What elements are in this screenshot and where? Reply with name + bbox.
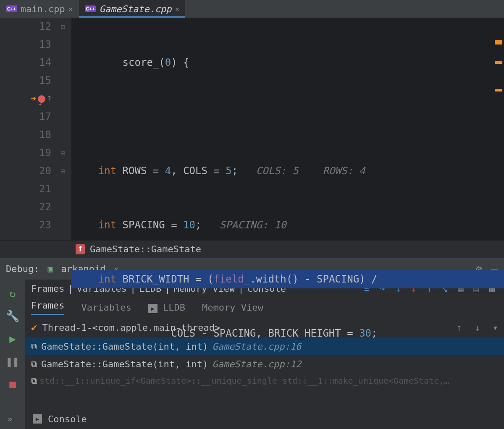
t: ; — [232, 165, 238, 177]
stack-icon: ▣ — [47, 264, 52, 274]
line-number: 15 — [39, 72, 51, 90]
line-number: 20 — [39, 162, 51, 180]
t: .width() - SPACING) / — [250, 273, 377, 285]
close-icon[interactable]: × — [175, 5, 180, 13]
frame-icon: ⧉ — [31, 376, 37, 386]
tab-label: GameState.cpp — [99, 4, 171, 14]
resume-icon[interactable]: ▶ — [9, 332, 16, 345]
t: SPACING = — [123, 219, 184, 231]
t: 4 — [165, 165, 171, 177]
line-number: 12 — [39, 18, 51, 36]
t: BRICK_WIDTH = ( — [123, 273, 214, 285]
cpp-icon: C++ — [6, 5, 17, 12]
crumb[interactable]: Frames — [31, 283, 64, 294]
line-number: 23 — [39, 216, 51, 234]
close-icon[interactable]: × — [68, 5, 73, 13]
error-stripe — [495, 19, 502, 108]
t: , — [171, 165, 183, 177]
t: int — [98, 273, 116, 285]
code-area[interactable]: score_(0) { int ROWS = 4, COLS = 5; COLS… — [71, 18, 504, 240]
console-icon: ▶ — [33, 414, 42, 424]
inline-hint: COLS: 5 ROWS: 4 — [256, 165, 365, 177]
line-number: 13 — [39, 36, 51, 54]
fold-icon[interactable]: ⊟ — [55, 18, 71, 36]
editor-tabs: C++ main.cpp × C++ GameState.cpp × — [0, 0, 504, 18]
tab-frames[interactable]: Frames — [31, 300, 64, 315]
fold-icon[interactable]: ⊟ — [55, 162, 71, 180]
wrench-icon[interactable]: 🔧 — [6, 310, 19, 322]
editor-tab-main[interactable]: C++ main.cpp × — [0, 0, 79, 18]
debug-sidebar: ↻ 🔧 ▶ ❚❚ ■ — [0, 280, 25, 429]
line-number: 22 — [39, 198, 51, 216]
t: ; — [195, 219, 201, 231]
frame-icon: ⧉ — [31, 359, 37, 369]
t: ( — [159, 57, 165, 68]
t: COLS - SPACING, BRICK_HEIGHT = — [74, 327, 359, 339]
t: int — [98, 219, 116, 231]
t: int — [98, 165, 116, 177]
stop-icon[interactable]: ■ — [9, 378, 16, 390]
t: score_ — [123, 57, 159, 68]
gutter: 12 13 14 15 ➔ ? 16 17 18 19 20 21 22 23 — [0, 18, 55, 240]
t: 30 — [359, 327, 371, 339]
t: 10 — [183, 219, 195, 231]
t: 5 — [226, 165, 231, 177]
line-number: 18 — [39, 126, 51, 144]
t: COLS = — [183, 165, 226, 177]
line-number: 19 — [39, 144, 51, 162]
pause-icon[interactable]: ❚❚ — [6, 355, 19, 368]
line-number: 21 — [39, 180, 51, 198]
execution-arrow-icon: ➔ — [30, 90, 36, 108]
t: 0 — [165, 57, 171, 68]
frame-icon: ⧉ — [31, 341, 37, 351]
cpp-icon: C++ — [85, 5, 96, 12]
line-number: 14 — [39, 54, 51, 72]
tab-label: main.cpp — [21, 4, 65, 14]
t: ROWS = — [123, 165, 165, 177]
t: ; — [371, 327, 377, 339]
more-icon[interactable]: » — [8, 414, 13, 424]
rerun-icon[interactable]: ↻ — [9, 287, 16, 300]
inline-hint: SPACING: 10 — [220, 219, 286, 231]
fold-icon[interactable]: ⊟ — [55, 144, 71, 162]
editor-tab-gamestate[interactable]: C++ GameState.cpp × — [79, 0, 186, 18]
check-icon: ✔ — [31, 322, 37, 333]
breakpoint-icon[interactable] — [38, 95, 45, 103]
question-icon: ? — [47, 90, 51, 108]
t: ) { — [171, 57, 189, 68]
t: field_ — [213, 273, 250, 285]
debug-title: Debug: — [6, 264, 39, 274]
fold-column: ⊟ ⊟ ⊟ — [55, 18, 71, 240]
code-editor[interactable]: 12 13 14 15 ➔ ? 16 17 18 19 20 21 22 23 … — [0, 18, 504, 240]
